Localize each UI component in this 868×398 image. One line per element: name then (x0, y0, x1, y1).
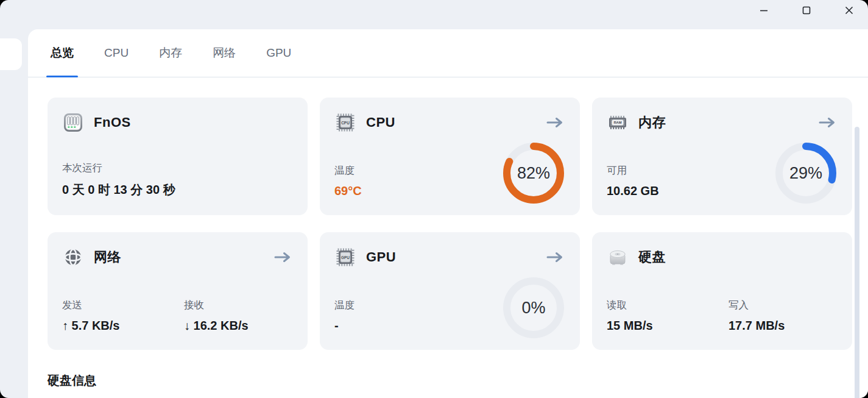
sidebar-active-item[interactable] (0, 38, 22, 70)
nas-device-icon (62, 112, 84, 133)
stat-value: 0 天 0 时 13 分 30 秒 (62, 182, 269, 198)
cpu-card: CPU CPU 温度 69°C (320, 98, 580, 215)
close-button[interactable] (840, 1, 858, 20)
tab-label: CPU (104, 46, 129, 60)
tab-bar: 总览 CPU 内存 网络 GPU (28, 29, 868, 77)
card-title: 内存 (638, 113, 666, 132)
card-title: GPU (366, 249, 396, 265)
gpu-chip-icon: GPU (334, 246, 356, 268)
arrow-right-icon[interactable] (818, 116, 836, 129)
tab-label: 网络 (213, 45, 236, 61)
disk-write-stat: 写入 17.7 MB/s (729, 299, 850, 333)
memory-card: RAM 内存 可用 10.62 GB (592, 98, 852, 215)
svg-text:GPU: GPU (341, 255, 350, 260)
disk-info-heading: 硬盘信息 (48, 372, 868, 389)
card-title: CPU (366, 115, 395, 130)
stat-cards-grid: FnOS 本次运行 0 天 0 时 13 分 30 秒 CPU (28, 77, 868, 350)
tab-overview[interactable]: 总览 (51, 29, 74, 77)
stat-label: 本次运行 (62, 162, 184, 175)
cpu-usage-donut: 82% (503, 143, 564, 204)
tab-label: 内存 (159, 45, 182, 61)
ram-stick-icon: RAM (607, 112, 629, 133)
network-card: 网络 发送 ↑ 5.7 KB/s 接收 ↓ 16.2 KB/s (48, 232, 308, 350)
network-receive-stat: 接收 ↓ 16.2 KB/s (184, 299, 306, 333)
memory-usage-percent: 29% (775, 143, 836, 204)
tab-label: GPU (266, 46, 291, 60)
stat-value: ↑ 5.7 KB/s (62, 319, 184, 333)
gpu-temp-stat: 温度 - (334, 299, 456, 333)
fnos-card: FnOS 本次运行 0 天 0 时 13 分 30 秒 (48, 98, 308, 215)
network-send-stat: 发送 ↑ 5.7 KB/s (62, 299, 184, 333)
stat-label: 读取 (607, 299, 729, 312)
stat-label: 写入 (729, 299, 850, 312)
svg-text:RAM: RAM (613, 121, 621, 124)
svg-text:CPU: CPU (341, 121, 350, 125)
stat-value: 17.7 MB/s (729, 319, 850, 333)
cpu-temp-stat: 温度 69°C (334, 164, 456, 198)
stat-label: 温度 (334, 164, 456, 177)
stat-value: 69°C (334, 184, 456, 198)
stat-label: 发送 (62, 299, 184, 312)
title-bar (0, 0, 868, 29)
app-window: 总览 CPU 内存 网络 GPU (0, 0, 868, 398)
tab-gpu[interactable]: GPU (266, 29, 291, 77)
arrow-right-icon[interactable] (546, 116, 564, 129)
stat-label: 温度 (334, 299, 456, 312)
minimize-icon (760, 6, 768, 15)
hard-drive-icon (607, 246, 629, 268)
arrow-right-icon[interactable] (273, 251, 292, 263)
disk-read-stat: 读取 15 MB/s (607, 299, 729, 333)
stat-value: 15 MB/s (607, 319, 729, 333)
disk-card: 硬盘 读取 15 MB/s 写入 17.7 MB/s (592, 232, 852, 350)
gpu-usage-donut: 0% (503, 277, 564, 338)
gpu-usage-percent: 0% (503, 277, 564, 338)
window-controls (755, 1, 858, 20)
card-title: 硬盘 (638, 248, 666, 266)
main-panel: 总览 CPU 内存 网络 GPU (28, 29, 868, 398)
tab-cpu[interactable]: CPU (104, 29, 129, 77)
memory-usage-donut: 29% (775, 143, 836, 204)
gpu-card: GPU GPU 温度 - (320, 232, 580, 350)
stat-value: - (334, 319, 456, 333)
close-icon (845, 6, 853, 15)
stat-label: 接收 (184, 299, 306, 312)
stat-value: 10.62 GB (607, 184, 729, 198)
vertical-scrollbar-thumb[interactable] (855, 127, 859, 398)
globe-icon (62, 246, 84, 268)
cpu-chip-icon: CPU (334, 112, 356, 133)
maximize-icon (802, 6, 811, 15)
stat-label: 可用 (607, 164, 729, 177)
card-title: FnOS (94, 115, 131, 130)
stat-value: ↓ 16.2 KB/s (184, 319, 306, 333)
uptime-stat: 本次运行 0 天 0 时 13 分 30 秒 (62, 162, 184, 198)
minimize-button[interactable] (755, 1, 773, 20)
tab-memory[interactable]: 内存 (159, 29, 182, 77)
maximize-button[interactable] (797, 1, 816, 20)
cpu-usage-percent: 82% (503, 143, 564, 204)
memory-available-stat: 可用 10.62 GB (607, 164, 729, 198)
arrow-right-icon[interactable] (546, 251, 564, 263)
tab-network[interactable]: 网络 (213, 29, 236, 77)
card-title: 网络 (94, 248, 121, 266)
tab-label: 总览 (51, 45, 74, 61)
